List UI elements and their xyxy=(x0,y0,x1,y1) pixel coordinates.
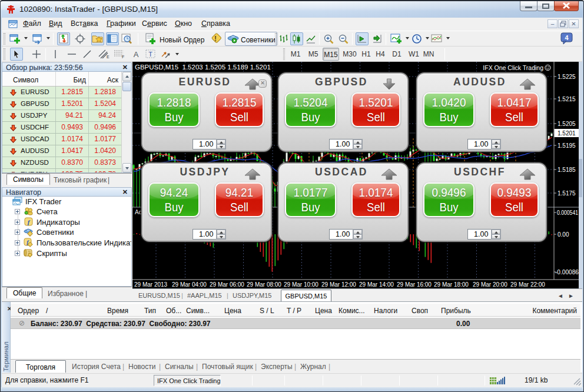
svg-text:29 Mar 08:00: 29 Mar 08:00 xyxy=(247,281,281,288)
svg-text:F: F xyxy=(122,55,124,59)
svg-text:1.5205: 1.5205 xyxy=(558,121,576,127)
svg-text:1.5175: 1.5175 xyxy=(558,190,576,197)
svg-text:29 Mar 14:00: 29 Mar 14:00 xyxy=(359,281,394,288)
svg-text:29 Mar 2013: 29 Mar 2013 xyxy=(134,281,168,288)
svg-text:29 Mar 12:00: 29 Mar 12:00 xyxy=(321,281,356,288)
svg-text:1.5195: 1.5195 xyxy=(558,142,576,149)
svg-text:29 Mar 04:00: 29 Mar 04:00 xyxy=(172,281,207,288)
svg-text:1.5185: 1.5185 xyxy=(558,167,576,173)
svg-text:IFX One Click Trading: IFX One Click Trading xyxy=(483,64,543,71)
svg-text:1.5225: 1.5225 xyxy=(558,74,576,80)
svg-text:E: E xyxy=(107,55,110,59)
svg-text:-0.00086: -0.00086 xyxy=(555,269,579,275)
svg-text:!: ! xyxy=(214,35,217,43)
svg-text:0.00: 0.00 xyxy=(558,231,569,238)
svg-text:29 Mar 18:00: 29 Mar 18:00 xyxy=(434,281,469,288)
svg-text:0.000541: 0.000541 xyxy=(557,210,578,216)
svg-text:29 Mar 16:00: 29 Mar 16:00 xyxy=(397,281,432,288)
svg-text:29 Mar 10:00: 29 Mar 10:00 xyxy=(284,281,318,288)
svg-text:29 Mar 06:00: 29 Mar 06:00 xyxy=(210,281,244,288)
svg-text:4: 4 xyxy=(565,34,569,41)
svg-text:GBPUSD,M15 1.5203 1.5205 1.51: GBPUSD,M15 1.5203 1.5205 1.5189 1.5201 xyxy=(135,64,271,71)
svg-text:1.5201: 1.5201 xyxy=(558,130,576,137)
svg-text:29 Mar 22:00: 29 Mar 22:00 xyxy=(510,281,545,288)
svg-text:29 Mar 20:00: 29 Mar 20:00 xyxy=(473,281,507,288)
svg-text:T: T xyxy=(148,51,152,58)
svg-text:A: A xyxy=(134,50,139,59)
svg-text:1.5215: 1.5215 xyxy=(558,96,576,102)
